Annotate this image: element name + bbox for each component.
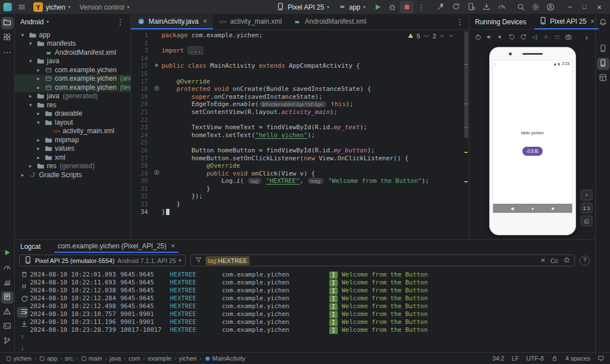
profiler-button[interactable] — [495, 1, 508, 14]
run-button[interactable] — [371, 1, 384, 14]
code-line[interactable]: 19 super.onCreate(savedInstanceState); — [131, 93, 469, 101]
favorite-filter-icon[interactable] — [563, 256, 570, 265]
code-line[interactable]: 30 Log.i( tag: "HEXTREE", msg: "Welcome … — [131, 177, 469, 185]
clear-filter-icon[interactable]: × — [541, 256, 545, 265]
log-entry[interactable]: 2024-08-10 10:23:28.73910017-10017HEXTRE… — [30, 326, 595, 334]
phone-screen[interactable]: ▪ ◢ ▮ 2:23 hello yichen 点击我 ◀●■ — [493, 60, 573, 213]
app-button[interactable]: 点击我 — [522, 147, 542, 156]
chevron-right-icon[interactable]: ▸ — [19, 172, 26, 178]
rotate-right-button[interactable] — [518, 32, 529, 42]
version-control-widget[interactable]: Version control ▾ — [76, 2, 133, 12]
panel-options-button[interactable]: ⋮ — [114, 16, 127, 28]
breadcrumb-item-example[interactable]: example — [148, 355, 172, 362]
back-nav-button[interactable]: ◁ — [529, 32, 540, 42]
breadcrumb-item-main[interactable]: main — [81, 355, 102, 362]
tree-item-xml[interactable]: ▸xml — [15, 153, 130, 162]
breadcrumb-item-app[interactable]: app — [39, 355, 57, 362]
editor-tab-androidmanifest-xml[interactable]: AndroidManifest.xml — [287, 15, 372, 29]
log-entry[interactable]: 2024-08-10 10:22:12.0389645-9645HEXTREEc… — [30, 287, 595, 295]
logcat-tab[interactable]: com.example.yichen (Pixel_API_25) × — [54, 240, 178, 253]
running-devices-tool-button[interactable] — [597, 58, 609, 70]
rotate-left-button[interactable] — [507, 32, 517, 42]
tree-item-res-generated[interactable]: ▸res(generated) — [15, 162, 130, 171]
chevron-down-icon[interactable]: ▾ — [35, 120, 42, 125]
chevron-right-icon[interactable]: ▸ — [27, 93, 34, 99]
log-entry[interactable]: 2024-08-10 10:22:12.2849645-9645HEXTREEc… — [30, 295, 595, 302]
editor-tab-activity-main-xml[interactable]: </>activity_main.xml — [213, 15, 287, 29]
problems-tool-button[interactable] — [1, 306, 14, 318]
close-device-tab-icon[interactable]: × — [590, 17, 594, 25]
code-line[interactable]: 24 homeText.setText("hello yichen"); — [131, 131, 469, 139]
chevron-down-icon[interactable]: ▾ — [19, 32, 26, 38]
logcat-tool-button[interactable] — [1, 291, 14, 304]
code-line[interactable]: 15public class MainActivity extends AppC… — [131, 62, 469, 70]
volume-down-button[interactable] — [495, 32, 506, 42]
chevron-right-icon[interactable]: ▸ — [35, 137, 42, 143]
breadcrumb-item-yichen[interactable]: yichen — [6, 355, 32, 362]
next-problem-icon[interactable] — [448, 33, 454, 40]
match-case-toggle[interactable]: Cc — [551, 257, 558, 264]
power-button[interactable] — [473, 32, 483, 42]
screen-indicator-icon[interactable] — [598, 355, 604, 362]
tree-item-java-generated[interactable]: ▸java(generated) — [15, 92, 130, 101]
back-nav-icon[interactable]: ◀ — [511, 206, 514, 211]
overrides-gutter-icon[interactable] — [154, 85, 160, 94]
breadcrumb-item-com[interactable]: com — [129, 355, 141, 362]
maximize-button[interactable]: □ — [577, 1, 592, 14]
close-tab-icon[interactable]: × — [203, 17, 207, 25]
project-view-selector[interactable]: Android ▾ — [20, 18, 49, 26]
log-entry[interactable]: 2024-08-10 10:22:12.4989645-9645HEXTREEc… — [30, 302, 595, 310]
more-run-actions-button[interactable]: ⋮ — [415, 1, 428, 14]
resource-manager-tool-button[interactable] — [1, 32, 14, 44]
code-line[interactable]: 3import ... — [131, 47, 469, 55]
code-line[interactable]: 22 — [131, 116, 469, 124]
chevron-right-icon[interactable]: ▸ — [27, 163, 34, 169]
tree-item-com-example-yichen-test[interactable]: ▸com.example.yichen(test) — [15, 83, 130, 92]
log-entry[interactable]: 2024-08-10 10:23:10.7579901-9901HEXTREEc… — [30, 310, 595, 318]
tree-item-layout[interactable]: ▾layout — [15, 118, 130, 127]
tree-item-java[interactable]: ▾java — [15, 57, 130, 66]
search-everywhere-button[interactable] — [514, 1, 528, 14]
tree-item-com-example-yichen[interactable]: ▸com.example.yichen — [15, 65, 130, 74]
soft-wrap-button[interactable] — [17, 307, 28, 318]
chevron-right-icon[interactable]: ▸ — [35, 111, 42, 116]
read-only-toggle-icon[interactable] — [551, 355, 558, 362]
code-line[interactable]: 16 — [131, 70, 469, 78]
chevron-right-icon[interactable]: ▸ — [35, 76, 42, 81]
tree-item-mipmap[interactable]: ▸mipmap — [15, 135, 130, 144]
log-entry[interactable]: 2024-08-10 10:22:11.6939645-9645HEXTREEc… — [30, 279, 595, 287]
terminal-tool-button[interactable] — [1, 321, 14, 333]
more-tools-tool-button[interactable]: ⋯ — [1, 46, 14, 59]
inspections-widget[interactable]: 5 2 — [404, 32, 457, 41]
code-line[interactable]: 20 EdgeToEdge.enable($this$enableEdgeToE… — [131, 100, 469, 108]
project-widget[interactable]: Y yichen ▾ — [29, 1, 75, 13]
editor-tab-mainactivity-java[interactable]: CMainActivity.java× — [131, 15, 213, 29]
breadcrumb-item-src[interactable]: src — [65, 355, 73, 362]
tree-item-androidmanifest-xml[interactable]: AndroidManifest.xml — [15, 48, 130, 57]
app-insights-tool-button[interactable] — [1, 277, 14, 289]
zoom-in-button[interactable]: + — [581, 190, 592, 200]
tree-item-res[interactable]: ▾res — [15, 100, 130, 109]
log-entry[interactable]: 2024-08-10 10:23:11.1969901-9901HEXTREEc… — [30, 318, 595, 326]
chevron-down-icon[interactable]: ▾ — [27, 58, 34, 64]
code-line[interactable]: 23 TextView homeText = findViewById(R.id… — [131, 124, 469, 131]
run-tool-button[interactable] — [1, 247, 14, 260]
code-line[interactable]: 14 — [131, 55, 469, 63]
actual-size-button[interactable]: 1:1 — [581, 203, 592, 213]
tree-item-com-example-yichen-androidtest[interactable]: ▸com.example.yichen(androidTest) — [15, 74, 130, 84]
device-manager-button[interactable] — [464, 1, 478, 14]
overrides-gutter-icon[interactable] — [154, 169, 160, 178]
build-button[interactable] — [434, 1, 447, 14]
editor-scrollbar[interactable] — [463, 30, 469, 239]
code-line[interactable]: 28 @Override — [131, 162, 469, 170]
file-encoding[interactable]: UTF-8 — [526, 355, 544, 362]
more-device-actions-button[interactable]: › — [581, 32, 592, 42]
code-line[interactable]: 31 } — [131, 185, 469, 193]
layout-inspector-tool-button[interactable] — [597, 72, 609, 85]
breadcrumb-item-yichen[interactable]: yichen — [179, 355, 197, 362]
close-logcat-tab-icon[interactable]: × — [171, 242, 175, 250]
pause-logcat-button[interactable] — [17, 282, 28, 292]
device-explorer-tool-button[interactable] — [597, 43, 609, 55]
run-gutter-icon[interactable] — [154, 62, 160, 71]
filter-chip[interactable]: tag:HEXTREE — [206, 256, 250, 265]
